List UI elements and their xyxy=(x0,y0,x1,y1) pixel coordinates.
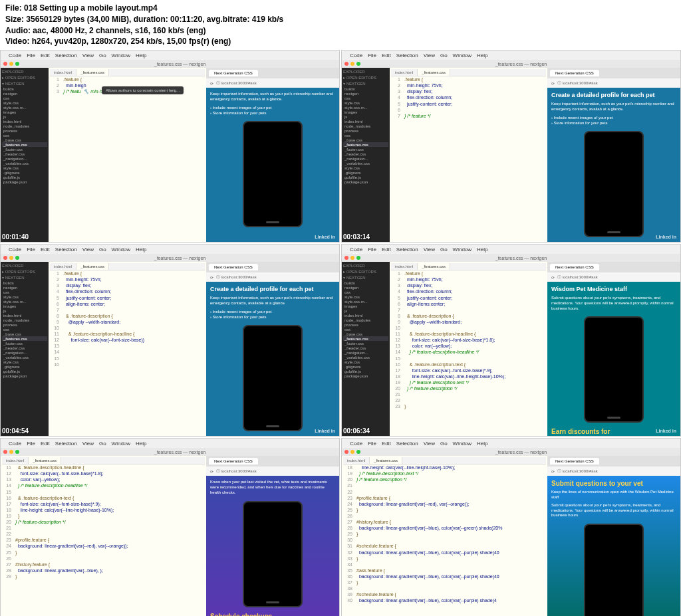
file-item[interactable]: _header.css xyxy=(343,346,388,350)
menu-item[interactable]: View xyxy=(82,52,94,58)
menu-item[interactable]: View xyxy=(424,247,435,253)
file-item[interactable]: _variables.css xyxy=(2,355,47,359)
code-line[interactable]: 10 xyxy=(50,325,205,331)
file-item[interactable]: index.html xyxy=(2,119,47,124)
minimize-icon[interactable] xyxy=(9,450,13,454)
tab-html[interactable]: index.html xyxy=(391,69,418,76)
menu-item[interactable]: Selection xyxy=(396,247,418,253)
code-line[interactable]: 14 } /* feature-description-headline */ xyxy=(391,349,546,355)
code-line[interactable]: 4 flex-direction: column; xyxy=(391,288,546,294)
code-editor[interactable]: index.html_features.css1.feature {2 min-… xyxy=(49,262,206,436)
menu-item[interactable]: Selection xyxy=(55,247,77,253)
file-item[interactable]: style.css xyxy=(2,165,47,170)
code-line[interactable]: 39#schedule.feature { xyxy=(343,591,546,597)
maximize-icon[interactable] xyxy=(356,450,360,454)
file-item[interactable]: node_modules xyxy=(2,318,47,322)
code-line[interactable]: 20} /* feature-description */ xyxy=(343,476,546,482)
code-line[interactable]: 23#profile.feature { xyxy=(2,537,205,543)
menu-item[interactable]: Help xyxy=(136,247,146,253)
file-item[interactable]: _base.css xyxy=(343,138,388,142)
close-icon[interactable] xyxy=(344,62,348,66)
file-item[interactable]: images xyxy=(343,110,388,114)
file-item[interactable]: _variables.css xyxy=(343,355,388,359)
file-item[interactable]: images xyxy=(2,110,47,114)
tab-css[interactable]: _features.css xyxy=(76,69,109,76)
file-item[interactable]: index.html xyxy=(343,119,388,124)
tab-css[interactable]: _features.css xyxy=(76,263,109,270)
code-line[interactable]: 36 background: linear-gradient(var(--blu… xyxy=(343,573,546,579)
code-editor[interactable]: index.html_features.css11 & .feature-des… xyxy=(1,456,206,616)
file-item[interactable]: _footer.css xyxy=(343,341,388,346)
menu-item[interactable]: File xyxy=(27,52,35,58)
code-line[interactable]: 19 } /* feature-description-text */ xyxy=(391,379,546,385)
menu-item[interactable]: Go xyxy=(99,441,106,447)
code-line[interactable]: 18 line-height: calc(var(--line-height-b… xyxy=(2,507,205,513)
menu-item[interactable]: File xyxy=(27,247,35,253)
code-line[interactable]: 27#history.feature { xyxy=(343,519,546,525)
close-icon[interactable] xyxy=(344,450,348,454)
close-icon[interactable] xyxy=(3,256,7,260)
file-item[interactable]: style.css.m... xyxy=(343,105,388,110)
code-line[interactable]: 12 font-size: calc(var(--font-size-base)… xyxy=(2,470,205,476)
code-line[interactable]: 19 } xyxy=(2,513,205,519)
menu-item[interactable]: Code xyxy=(350,52,362,58)
maximize-icon[interactable] xyxy=(15,256,19,260)
menu-item[interactable]: Help xyxy=(477,52,487,58)
code-line[interactable]: 27#history.feature { xyxy=(2,562,205,567)
code-line[interactable]: 25} xyxy=(2,550,205,556)
menu-item[interactable]: Edit xyxy=(382,52,391,58)
file-item[interactable]: css xyxy=(2,133,47,138)
code-line[interactable]: 6 align-items: center; xyxy=(50,301,205,307)
file-item[interactable]: _base.css xyxy=(2,138,47,142)
file-explorer[interactable]: EXPLORER▸ OPEN EDITORS▾ NEXTGENbuildsnex… xyxy=(342,262,390,436)
code-line[interactable]: 12 font-size: calc(var(--font-size-base)… xyxy=(50,337,205,343)
menu-item[interactable]: Code xyxy=(9,441,21,447)
menu-item[interactable]: Go xyxy=(440,247,448,253)
file-item[interactable]: style.css.m... xyxy=(2,299,47,304)
minimize-icon[interactable] xyxy=(9,256,13,260)
code-line[interactable]: 17 font-size: calc(var(--font-size-base)… xyxy=(391,367,546,373)
menu-item[interactable]: File xyxy=(27,441,35,447)
minimize-icon[interactable] xyxy=(350,450,354,454)
menu-item[interactable]: Selection xyxy=(55,441,77,447)
code-line[interactable]: 9 @apply --width-standard; xyxy=(391,319,546,325)
minimize-icon[interactable] xyxy=(9,62,13,66)
code-line[interactable]: 29} xyxy=(343,531,546,537)
file-item[interactable]: css xyxy=(2,290,47,294)
code-line[interactable]: 24 background: linear-gradient(var(--red… xyxy=(2,543,205,549)
menu-item[interactable]: Edit xyxy=(41,52,50,58)
code-line[interactable]: 14 } /* feature-description-headline */ xyxy=(2,482,205,488)
code-line[interactable]: 28 background: linear-gradient(var(--blu… xyxy=(2,567,205,573)
close-icon[interactable] xyxy=(3,62,7,66)
code-line[interactable]: 15 xyxy=(50,356,205,361)
code-line[interactable]: 12 font-size: calc(var(--font-size-base)… xyxy=(391,337,546,343)
url-bar[interactable]: ⟳ⓘ localhost:3000/#ask xyxy=(547,466,680,476)
file-item[interactable]: package.json xyxy=(2,373,47,378)
file-item[interactable]: _features.css xyxy=(2,336,47,341)
code-line[interactable]: 25} xyxy=(343,507,546,513)
file-item[interactable]: _header.css xyxy=(2,152,47,156)
file-item[interactable]: gulpfile.js xyxy=(343,175,388,179)
code-editor[interactable]: index.html_features.css1.feature {2 min-… xyxy=(390,68,547,242)
minimize-icon[interactable] xyxy=(350,256,354,260)
file-item[interactable]: _navigation... xyxy=(2,156,47,161)
code-line[interactable]: 16 xyxy=(50,361,205,367)
code-line[interactable]: 18 line-height: calc(var(--line-height-b… xyxy=(391,373,546,379)
menu-item[interactable]: Selection xyxy=(396,441,418,447)
code-line[interactable]: 6 xyxy=(391,107,546,113)
file-item[interactable]: node_modules xyxy=(343,318,388,322)
maximize-icon[interactable] xyxy=(356,256,360,260)
code-line[interactable]: 18 line-height: calc(var(--line-height-b… xyxy=(343,464,546,470)
file-item[interactable]: js xyxy=(343,308,388,313)
code-line[interactable]: 21 xyxy=(391,391,546,397)
code-line[interactable]: 23} xyxy=(391,403,546,409)
code-line[interactable]: 20 } /* feature-description */ xyxy=(391,385,546,391)
close-icon[interactable] xyxy=(344,256,348,260)
code-line[interactable]: 3 display: flex; xyxy=(391,282,546,288)
menu-item[interactable]: Selection xyxy=(396,52,418,58)
file-item[interactable]: style.css.m... xyxy=(2,105,47,110)
menu-item[interactable]: View xyxy=(424,52,435,58)
file-item[interactable]: _footer.css xyxy=(2,147,47,152)
file-item[interactable]: style.css xyxy=(343,165,388,170)
file-item[interactable]: _header.css xyxy=(2,346,47,350)
